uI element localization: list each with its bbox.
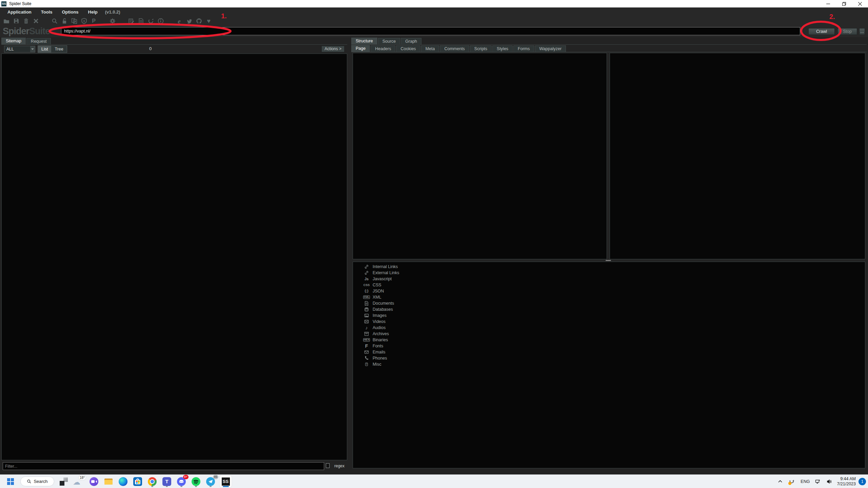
- actions-button[interactable]: Actions >: [321, 46, 344, 52]
- restore-button[interactable]: [836, 0, 852, 7]
- menu-application[interactable]: Application: [4, 8, 35, 16]
- resource-row-fonts[interactable]: F Fonts: [353, 343, 865, 349]
- subtab-cookies[interactable]: Cookies: [396, 45, 420, 52]
- spider-suite-icon: SS: [222, 477, 230, 486]
- subtab-meta[interactable]: Meta: [421, 45, 439, 52]
- subtab-comments[interactable]: Comments: [440, 45, 469, 52]
- subtab-wappalyzer[interactable]: Wappalyzer: [535, 45, 566, 52]
- volume-icon[interactable]: [825, 477, 833, 486]
- resource-row-images[interactable]: Images: [353, 312, 865, 319]
- file-explorer-button[interactable]: [103, 476, 114, 487]
- tab-sitemap[interactable]: Sitemap: [1, 38, 26, 44]
- parser-p-icon[interactable]: P: [89, 17, 99, 25]
- shield-icon[interactable]: [79, 17, 89, 25]
- browser-icon[interactable]: e: [174, 17, 184, 25]
- subtab-headers[interactable]: Headers: [371, 45, 395, 52]
- resource-row-documents[interactable]: Documents: [353, 300, 865, 306]
- refresh-icon[interactable]: [146, 17, 156, 25]
- spider-suite-taskbar-button[interactable]: SS: [220, 475, 232, 487]
- taskbar-search[interactable]: Search: [20, 476, 54, 486]
- resource-row-javascript[interactable]: Js Javascript: [353, 276, 865, 282]
- notification-badge[interactable]: 1: [859, 478, 866, 485]
- resource-row-emails[interactable]: Emails: [353, 349, 865, 355]
- minimize-button[interactable]: [820, 0, 836, 7]
- copy-icon[interactable]: [69, 17, 79, 25]
- page-content-pane-right[interactable]: [610, 53, 865, 259]
- open-folder-icon[interactable]: [1, 17, 11, 25]
- active-app-indicator: [223, 486, 229, 487]
- github-icon[interactable]: [194, 17, 204, 25]
- list-view-button[interactable]: List: [38, 46, 51, 53]
- resource-row-binaries[interactable]: HEX Binaries: [353, 337, 865, 343]
- regex-checkbox[interactable]: [326, 463, 330, 468]
- chrome-button[interactable]: [147, 476, 157, 487]
- url-input[interactable]: [61, 27, 800, 35]
- tab-request[interactable]: Request: [26, 38, 51, 44]
- clock[interactable]: 9:44 AM 7/21/2023: [837, 476, 856, 487]
- settings-gear-icon[interactable]: [107, 17, 117, 25]
- tree-view-button[interactable]: Tree: [51, 46, 66, 53]
- menu-options[interactable]: Options: [58, 8, 82, 16]
- resource-type-list: Internal Links External Links Js Javascr…: [353, 264, 865, 367]
- resource-row-json[interactable]: {;} JSON: [353, 288, 865, 294]
- heart-icon[interactable]: ♥: [204, 17, 214, 25]
- save-icon[interactable]: [11, 17, 21, 25]
- menu-tools[interactable]: Tools: [38, 8, 56, 16]
- resource-row-audios[interactable]: ♪ Audios: [353, 325, 865, 331]
- subtab-page[interactable]: Page: [351, 45, 370, 52]
- weather-widget[interactable]: ☁ 18°: [73, 476, 84, 487]
- page-content-pane-left[interactable]: [353, 53, 607, 259]
- tab-graph[interactable]: Graph: [401, 38, 421, 44]
- twitter-icon[interactable]: [184, 17, 194, 25]
- telegram-button[interactable]: 85: [205, 476, 216, 487]
- splitter-handle[interactable]: [606, 260, 611, 261]
- spotify-button[interactable]: [191, 476, 201, 487]
- tab-structure[interactable]: Structure: [351, 38, 377, 44]
- close-x-icon[interactable]: [31, 17, 41, 25]
- sitemap-tree-area[interactable]: [1, 54, 347, 460]
- resource-row-xml[interactable]: XML XML: [353, 294, 865, 300]
- tray-chevron-up-icon[interactable]: [776, 477, 784, 486]
- scope-dropdown[interactable]: ALL: [4, 46, 35, 53]
- more-options-button[interactable]: ...: [859, 28, 865, 35]
- video-icon: [363, 319, 370, 324]
- telegram-badge: 85: [213, 475, 218, 479]
- resource-row-archives[interactable]: Archives: [353, 331, 865, 337]
- filter-row: regex: [1, 462, 347, 470]
- notes-icon[interactable]: [126, 17, 136, 25]
- resource-row-css[interactable]: CSS CSS: [353, 282, 865, 288]
- update-sync-icon[interactable]: [788, 477, 796, 486]
- resource-row-misc[interactable]: ? Misc: [353, 361, 865, 367]
- edge-button[interactable]: [118, 476, 128, 487]
- filter-input[interactable]: [3, 462, 324, 470]
- store-button[interactable]: [133, 476, 143, 487]
- resource-row-internal-links[interactable]: Internal Links: [353, 264, 865, 270]
- resource-row-external-links[interactable]: External Links: [353, 270, 865, 276]
- menu-help[interactable]: Help: [85, 8, 101, 16]
- resource-row-videos[interactable]: Videos: [353, 319, 865, 325]
- resource-row-databases[interactable]: Databases: [353, 306, 865, 312]
- unlock-icon[interactable]: [59, 17, 69, 25]
- task-view-button[interactable]: [59, 476, 69, 487]
- language-indicator[interactable]: ENG: [801, 479, 810, 484]
- network-icon[interactable]: [814, 477, 822, 486]
- subtab-forms[interactable]: Forms: [513, 45, 534, 52]
- stop-button[interactable]: Stop: [837, 28, 857, 35]
- document-icon[interactable]: [136, 17, 146, 25]
- delete-icon[interactable]: [21, 17, 31, 25]
- teams-button[interactable]: T: [162, 476, 172, 487]
- subtab-scripts[interactable]: Scripts: [470, 45, 492, 52]
- crawl-button[interactable]: Crawl: [808, 28, 835, 35]
- window-controls: [820, 0, 868, 7]
- info-icon[interactable]: [156, 17, 165, 25]
- tab-source[interactable]: Source: [378, 38, 400, 44]
- close-button[interactable]: [852, 0, 868, 7]
- right-subtabrow: Page Headers Cookies Meta Comments Scrip…: [351, 45, 867, 52]
- subtab-styles[interactable]: Styles: [492, 45, 513, 52]
- discord-button[interactable]: 9+: [176, 476, 186, 487]
- resource-row-phones[interactable]: Phones: [353, 355, 865, 361]
- binary-icon: HEX: [363, 337, 370, 343]
- chat-app-button[interactable]: [89, 476, 99, 487]
- search-icon[interactable]: [50, 17, 59, 25]
- start-button[interactable]: [5, 476, 16, 487]
